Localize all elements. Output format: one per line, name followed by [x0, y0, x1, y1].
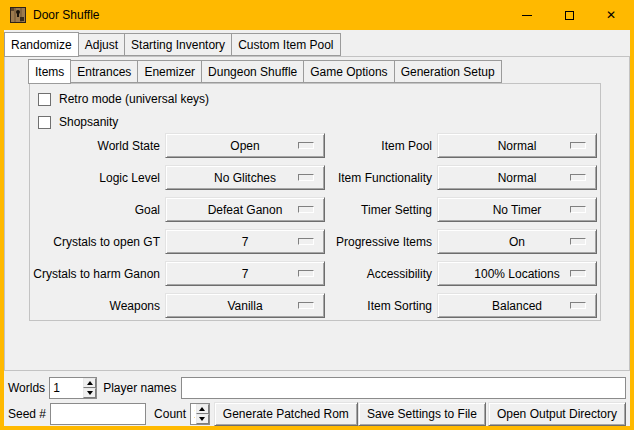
option-label: Goal — [30, 203, 165, 217]
app-window: Door Shuffle ✕ Randomize Adjust Starting… — [0, 0, 634, 430]
option-dropdown[interactable]: Normal — [437, 165, 597, 190]
minimize-icon — [522, 15, 532, 16]
option-dropdown[interactable]: No Timer — [437, 197, 597, 222]
close-icon: ✕ — [606, 9, 616, 21]
window-title: Door Shuffle — [33, 8, 100, 22]
option-value: On — [509, 235, 525, 249]
option-dropdown[interactable]: On — [437, 229, 597, 254]
option-row: Item Functionality Normal — [270, 165, 597, 190]
inner-tab[interactable]: Enemizer — [137, 60, 202, 83]
inner-tab[interactable]: Generation Setup — [394, 60, 502, 83]
inner-tab[interactable]: Game Options — [303, 60, 394, 83]
option-value: Balanced — [492, 299, 542, 313]
option-dropdown[interactable]: Balanced — [437, 293, 597, 318]
checkbox-label: Shopsanity — [59, 115, 118, 129]
option-label: Logic Level — [30, 171, 165, 185]
inner-tab[interactable]: Entrances — [70, 60, 138, 83]
option-label: Accessibility — [270, 267, 437, 281]
option-row: Progressive Items On — [270, 229, 597, 254]
arrow-down-icon — [87, 391, 93, 395]
count-label: Count — [154, 407, 186, 421]
player-names-label: Player names — [103, 381, 176, 395]
seed-label: Seed # — [8, 407, 46, 421]
minimize-button[interactable] — [506, 0, 548, 30]
window-controls: ✕ — [506, 0, 632, 30]
inner-tab[interactable]: Dungeon Shuffle — [201, 60, 304, 83]
worlds-spin-arrows — [83, 378, 96, 398]
count-spinbox — [190, 403, 210, 425]
worlds-spinbox — [49, 377, 97, 399]
open-output-directory-button[interactable]: Open Output Directory — [488, 402, 626, 426]
options-column-right: Item Pool Normal Item Functionality Norm… — [270, 133, 597, 318]
worlds-label: Worlds — [8, 381, 45, 395]
arrow-up-icon — [87, 381, 93, 385]
option-value: No Timer — [493, 203, 542, 217]
dropdown-indicator-icon — [570, 302, 586, 309]
seed-row: Seed # Count Generate Patched Rom Save S… — [8, 402, 626, 426]
option-label: Crystals to open GT — [30, 235, 165, 249]
dropdown-indicator-icon — [570, 174, 586, 181]
outer-tab[interactable]: Adjust — [78, 33, 125, 56]
option-value: Normal — [498, 171, 537, 185]
generate-patched-rom-button[interactable]: Generate Patched Rom — [214, 402, 358, 426]
option-value: 7 — [242, 267, 249, 281]
option-row: Item Sorting Balanced — [270, 293, 597, 318]
option-label: Weapons — [30, 299, 165, 313]
titlebar: Door Shuffle ✕ — [0, 0, 634, 30]
option-value: 100% Locations — [474, 267, 559, 281]
checkbox[interactable] — [38, 116, 51, 129]
option-label: World State — [30, 139, 165, 153]
arrow-down-icon — [199, 417, 205, 421]
option-label: Crystals to harm Ganon — [30, 267, 165, 281]
outer-tab-bar: Randomize Adjust Starting Inventory Cust… — [5, 32, 341, 56]
checkbox[interactable] — [38, 93, 51, 106]
save-settings-button[interactable]: Save Settings to File — [358, 402, 486, 426]
count-input[interactable] — [191, 404, 195, 424]
checkbox-group: Retro mode (universal keys) Shopsanity — [38, 91, 209, 130]
maximize-button[interactable] — [548, 0, 590, 30]
option-row: Item Pool Normal — [270, 133, 597, 158]
option-label: Item Functionality — [270, 171, 437, 185]
count-spin-up-button[interactable] — [196, 404, 209, 414]
randomize-panel: Items Entrances Enemizer Dungeon Shuffle… — [4, 56, 630, 371]
checkbox-row[interactable]: Shopsanity — [38, 114, 209, 130]
count-spin-arrows — [196, 404, 209, 424]
count-spin-down-button[interactable] — [196, 414, 209, 424]
door-icon — [10, 7, 26, 23]
option-value: No Glitches — [214, 171, 276, 185]
dropdown-indicator-icon — [570, 238, 586, 245]
dropdown-indicator-icon — [570, 270, 586, 277]
worlds-spin-down-button[interactable] — [83, 388, 96, 398]
player-names-input[interactable] — [181, 377, 627, 399]
option-label: Item Pool — [270, 139, 437, 153]
seed-input[interactable] — [50, 403, 146, 425]
close-button[interactable]: ✕ — [590, 0, 632, 30]
option-label: Progressive Items — [270, 235, 437, 249]
option-dropdown[interactable]: 100% Locations — [437, 261, 597, 286]
option-value: Vanilla — [227, 299, 262, 313]
worlds-spin-up-button[interactable] — [83, 378, 96, 388]
maximize-icon — [565, 11, 574, 20]
option-value: 7 — [242, 235, 249, 249]
client-area: Randomize Adjust Starting Inventory Cust… — [4, 30, 630, 426]
inner-tab-bar: Items Entrances Enemizer Dungeon Shuffle… — [29, 59, 502, 83]
option-dropdown[interactable]: Normal — [437, 133, 597, 158]
option-row: Accessibility 100% Locations — [270, 261, 597, 286]
checkbox-label: Retro mode (universal keys) — [59, 92, 209, 106]
checkbox-row[interactable]: Retro mode (universal keys) — [38, 91, 209, 107]
outer-tab[interactable]: Starting Inventory — [124, 33, 232, 56]
worlds-row: Worlds Player names — [8, 377, 626, 399]
option-value: Open — [230, 139, 259, 153]
items-panel: Retro mode (universal keys) Shopsanity W… — [29, 83, 601, 321]
outer-tab[interactable]: Randomize — [4, 32, 79, 57]
inner-tab[interactable]: Items — [28, 59, 71, 84]
worlds-input[interactable] — [50, 378, 82, 398]
option-label: Item Sorting — [270, 299, 437, 313]
dropdown-indicator-icon — [570, 206, 586, 213]
dropdown-indicator-icon — [570, 142, 586, 149]
option-row: Timer Setting No Timer — [270, 197, 597, 222]
arrow-up-icon — [199, 407, 205, 411]
option-label: Timer Setting — [270, 203, 437, 217]
outer-tab[interactable]: Custom Item Pool — [231, 33, 340, 56]
option-value: Normal — [498, 139, 537, 153]
